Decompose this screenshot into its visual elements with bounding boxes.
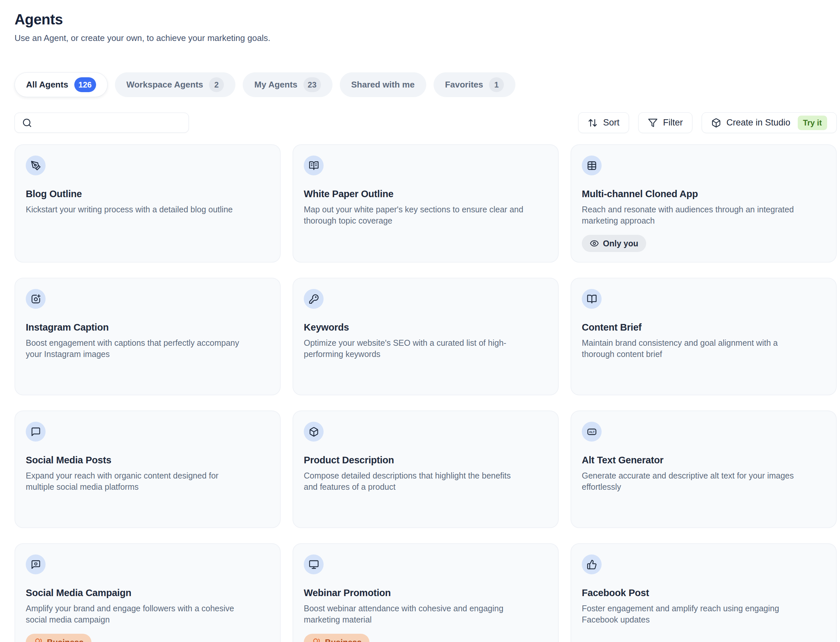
agent-card[interactable]: Social Media Posts Expand your reach wit… [15, 410, 281, 528]
filter-funnel-icon [648, 118, 658, 128]
agent-card-title: Webinar Promotion [304, 587, 391, 598]
users-icon [34, 638, 43, 642]
tab-favorites[interactable]: Favorites 1 [434, 72, 516, 97]
agent-card[interactable]: Webinar Promotion Boost webinar attendan… [293, 543, 559, 642]
sort-arrows-icon [588, 118, 598, 128]
agent-card-description: Boost webinar attendance with cohesive a… [304, 603, 527, 625]
badge-label: Only you [603, 239, 638, 248]
agent-card-grid: Blog Outline Kickstart your writing proc… [15, 144, 837, 642]
agent-card-title: Social Media Posts [26, 455, 111, 466]
page-title: Agents [15, 11, 837, 28]
agent-card[interactable]: Keywords Optimize your website's SEO wit… [293, 278, 559, 395]
agent-card[interactable]: Facebook Post Foster engagement and ampl… [571, 543, 837, 642]
only-you-badge: Only you [582, 235, 646, 252]
tab-count-badge: 1 [489, 77, 504, 92]
agent-card-description: Compose detailed descriptions that highl… [304, 470, 527, 493]
agent-card[interactable]: Instagram Caption Boost engagement with … [15, 278, 281, 395]
message-bubble-icon [26, 422, 45, 441]
book-open-text-icon [304, 156, 324, 175]
try-it-badge: Try it [798, 115, 827, 130]
tab-shared-with-me[interactable]: Shared with me [340, 72, 426, 97]
agent-card-description: Generate accurate and descriptive alt te… [582, 470, 805, 493]
search-icon [22, 118, 32, 128]
pen-tool-icon [26, 156, 45, 175]
agent-card-title: Instagram Caption [26, 322, 108, 333]
create-in-studio-button[interactable]: Create in Studio Try it [702, 112, 837, 133]
tab-label: Workspace Agents [126, 79, 203, 90]
agent-card-title: White Paper Outline [304, 188, 393, 199]
thumbs-up-icon [582, 554, 602, 574]
agent-card[interactable]: Multi-channel Cloned App Reach and reson… [571, 144, 837, 263]
agent-card-title: Product Description [304, 455, 394, 466]
users-icon [312, 638, 321, 642]
key-icon [304, 289, 324, 309]
agent-card[interactable]: White Paper Outline Map out your white p… [293, 144, 559, 263]
agent-card-description: Expand your reach with organic content d… [26, 470, 249, 493]
svg-text:ALT: ALT [589, 430, 595, 434]
studio-cube-icon [711, 118, 721, 128]
agent-card-description: Map out your white paper's key sections … [304, 204, 527, 226]
table-grid-icon [582, 156, 602, 175]
box-icon [304, 422, 324, 441]
agent-card-description: Foster engagement and amplify reach usin… [582, 603, 805, 625]
alt-text-icon: ALT [582, 422, 602, 441]
agent-card-description: Optimize your website's SEO with a curat… [304, 337, 527, 360]
tab-all-agents[interactable]: All Agents 126 [15, 72, 108, 97]
agent-card-description: Amplify your brand and engage followers … [26, 603, 249, 625]
filter-label: Filter [663, 118, 683, 128]
tab-label: Favorites [445, 79, 483, 90]
badge-label: Business [325, 638, 362, 642]
tab-label: My Agents [254, 79, 298, 90]
sort-label: Sort [603, 118, 620, 128]
agent-card[interactable]: Blog Outline Kickstart your writing proc… [15, 144, 281, 263]
create-in-studio-label: Create in Studio [727, 118, 790, 128]
eye-icon [590, 239, 599, 248]
monitor-icon [304, 554, 324, 574]
agent-card-description: Maintain brand consistency and goal alig… [582, 337, 805, 360]
tab-workspace-agents[interactable]: Workspace Agents 2 [115, 72, 236, 97]
business-badge: Business [26, 634, 91, 642]
agent-card-title: Multi-channel Cloned App [582, 188, 698, 199]
sort-button[interactable]: Sort [578, 112, 629, 133]
agent-card[interactable]: Content Brief Maintain brand consistency… [571, 278, 837, 395]
message-heart-icon [26, 554, 45, 574]
search-box[interactable] [15, 113, 189, 133]
agent-card-description: Boost engagement with captions that perf… [26, 337, 249, 360]
agent-card[interactable]: Social Media Campaign Amplify your brand… [15, 543, 281, 642]
agent-card-title: Alt Text Generator [582, 455, 664, 466]
page-subtitle: Use an Agent, or create your own, to ach… [15, 33, 837, 43]
tab-count-badge: 23 [303, 77, 321, 92]
agent-card-description: Kickstart your writing process with a de… [26, 204, 233, 215]
tab-count-badge: 126 [74, 77, 96, 92]
agent-card[interactable]: ALT Alt Text Generator Generate accurate… [571, 410, 837, 528]
tab-label: All Agents [26, 79, 68, 90]
business-badge: Business [304, 634, 369, 642]
agent-card-title: Keywords [304, 322, 349, 333]
toolbar: Sort Filter Create in Studio Try it [15, 112, 837, 133]
agent-card-description: Reach and resonate with audiences throug… [582, 204, 805, 226]
agent-card[interactable]: Product Description Compose detailed des… [293, 410, 559, 528]
tab-count-badge: 2 [209, 77, 224, 92]
camera-plus-icon [26, 289, 45, 309]
search-input[interactable] [32, 113, 189, 133]
agents-page: Agents Use an Agent, or create your own,… [0, 0, 840, 642]
tab-label: Shared with me [351, 79, 415, 90]
agent-card-title: Facebook Post [582, 587, 649, 598]
filter-button[interactable]: Filter [638, 112, 693, 133]
toolbar-actions: Sort Filter Create in Studio Try it [578, 112, 837, 133]
agent-card-title: Content Brief [582, 322, 642, 333]
agent-card-title: Social Media Campaign [26, 587, 131, 598]
agent-card-title: Blog Outline [26, 188, 82, 199]
tab-my-agents[interactable]: My Agents 23 [243, 72, 332, 97]
agent-tabs: All Agents 126 Workspace Agents 2 My Age… [15, 72, 837, 97]
badge-label: Business [47, 638, 84, 642]
book-open-icon [582, 289, 602, 309]
